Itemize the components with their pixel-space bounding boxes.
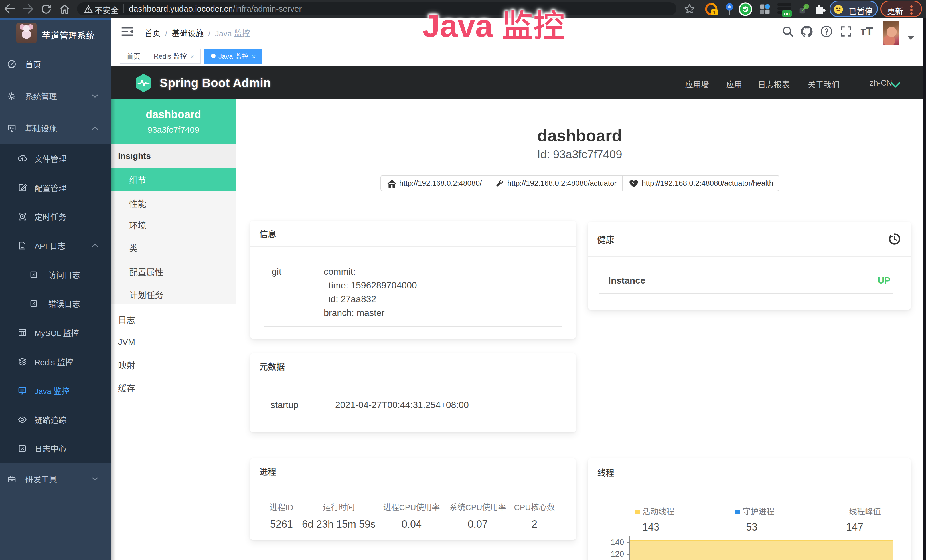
svg-text:1: 1 <box>713 10 716 15</box>
svg-text:on: on <box>784 11 790 17</box>
